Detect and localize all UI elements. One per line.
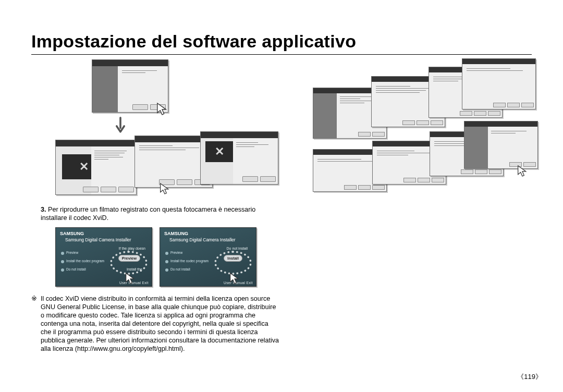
installer-options: Preview Install the codec program Do not…	[61, 250, 103, 275]
screenshot-directx-1: ✕	[55, 140, 136, 194]
step-3: 3. Per riprodurre un filmato registrato …	[41, 205, 270, 222]
note-text: Il codec XviD viene distribuito in confo…	[41, 295, 279, 353]
arrow-down-icon	[115, 117, 126, 136]
directx-logo: ✕	[205, 141, 233, 162]
brand-logo: SAMSUNG	[60, 231, 84, 236]
installer-card-left: SAMSUNG Samsung Digital Camera Installer…	[55, 227, 152, 287]
cursor-icon	[160, 182, 170, 195]
tag-above: Do not install	[227, 247, 248, 250]
note-marker: ※	[31, 295, 37, 302]
installer-header: Samsung Digital Camera Installer	[65, 237, 131, 242]
highlight-label-preview: Preview	[118, 255, 140, 262]
step-number: 3.	[41, 206, 46, 213]
title-rule	[31, 54, 532, 55]
highlight-ring	[214, 251, 252, 275]
cursor-icon	[229, 272, 240, 285]
screenshot-wizard-4	[462, 58, 536, 109]
highlight-ring	[110, 251, 148, 275]
cursor-icon	[125, 272, 136, 285]
highlight-label-install: Install	[224, 255, 242, 262]
installer-card-right: SAMSUNG Samsung Digital Camera Installer…	[160, 227, 256, 287]
screenshot-wizard-8	[464, 121, 538, 169]
screenshot-directx-3: ✕	[200, 131, 277, 183]
screenshot-cluster	[297, 58, 537, 194]
page-number: 《119》	[517, 372, 542, 382]
brand-logo: SAMSUNG	[164, 231, 188, 236]
installer-options: Preview Install the codec program Do not…	[165, 250, 207, 275]
cursor-icon	[156, 102, 168, 116]
step-text: Per riprodurre un filmato registrato con…	[41, 206, 255, 222]
installer-header: Samsung Digital Camera Installer	[169, 237, 236, 242]
cursor-icon	[517, 165, 528, 177]
tag-below: Install the	[127, 267, 142, 271]
tag-above: If the play doesn	[119, 247, 145, 250]
page-title: Impostazione del software applicativo	[31, 31, 356, 52]
